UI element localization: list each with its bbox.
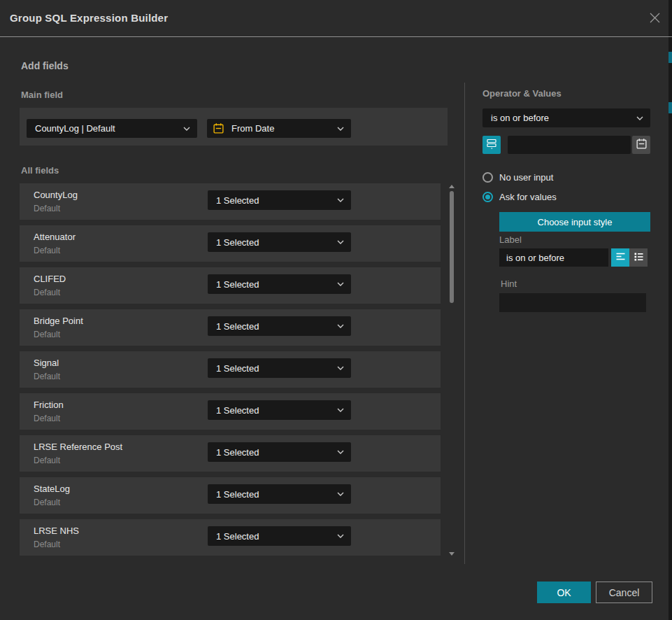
cancel-button[interactable]: Cancel xyxy=(596,582,652,603)
field-sublabel: Default xyxy=(34,540,60,549)
field-name: Attenuator xyxy=(34,232,76,242)
field-selection-dropdown[interactable]: 1 Selected xyxy=(208,358,351,378)
field-sublabel: Default xyxy=(34,288,60,297)
chevron-down-icon xyxy=(337,408,351,412)
chevron-down-icon xyxy=(337,198,351,202)
label-input[interactable] xyxy=(499,248,608,267)
field-sublabel: Default xyxy=(34,246,60,255)
field-select-value: From Date xyxy=(224,123,337,134)
label-field-label: Label xyxy=(499,234,522,245)
field-row: CountyLog Default 1 Selected xyxy=(20,183,441,220)
dialog-header: Group SQL Expression Builder xyxy=(0,0,669,36)
chevron-down-icon xyxy=(337,450,351,454)
calendar-icon xyxy=(636,138,648,153)
field-name: Friction xyxy=(34,400,64,410)
radio-label: Ask for values xyxy=(499,192,557,202)
chevron-down-icon xyxy=(337,366,351,370)
field-name: CountyLog xyxy=(34,190,78,200)
field-row: Attenuator Default 1 Selected xyxy=(20,225,441,262)
close-icon xyxy=(649,12,661,27)
radio-no-user-input[interactable]: No user input xyxy=(482,171,553,183)
chevron-down-icon xyxy=(337,282,351,286)
hint-field-label: Hint xyxy=(501,279,517,289)
panel-divider xyxy=(464,83,465,564)
operator-dropdown[interactable]: is on or before xyxy=(482,108,650,127)
scrollbar-up-arrow[interactable] xyxy=(449,185,455,188)
add-fields-heading: Add fields xyxy=(21,60,69,71)
radio-circle-icon xyxy=(482,192,493,202)
field-sublabel: Default xyxy=(34,414,60,423)
date-picker-button[interactable] xyxy=(632,136,650,154)
field-row: Bridge Point Default 1 Selected xyxy=(20,309,441,346)
field-row: Signal Default 1 Selected xyxy=(20,351,441,388)
radio-ask-for-values[interactable]: Ask for values xyxy=(482,191,557,202)
input-style-single-line-toggle[interactable] xyxy=(611,248,629,267)
background-fragment xyxy=(669,52,672,63)
chevron-down-icon xyxy=(183,127,197,131)
chevron-down-icon xyxy=(337,492,351,496)
chevron-down-icon xyxy=(636,116,650,120)
field-row: StateLog Default 1 Selected xyxy=(20,477,441,514)
field-select-dropdown[interactable]: From Date xyxy=(207,119,351,138)
layer-select-value: CountyLog | Default xyxy=(27,123,183,134)
field-row: Friction Default 1 Selected xyxy=(20,393,441,430)
all-fields-label: All fields xyxy=(21,165,59,176)
value-list-button[interactable] xyxy=(482,136,501,154)
field-name: CLIFED xyxy=(34,274,66,284)
field-name: Signal xyxy=(34,358,59,368)
chevron-down-icon xyxy=(337,240,351,244)
field-sublabel: Default xyxy=(34,456,60,465)
app-background: Group SQL Expression Builder Add fields … xyxy=(0,0,672,620)
align-left-icon xyxy=(615,251,626,264)
field-sublabel: Default xyxy=(34,330,60,339)
chevron-down-icon xyxy=(337,127,351,131)
chevron-down-icon xyxy=(337,324,351,328)
dialog-title: Group SQL Expression Builder xyxy=(10,0,168,36)
field-row: LRSE Reference Post Default 1 Selected xyxy=(20,435,441,472)
main-field-label: Main field xyxy=(21,90,63,100)
field-name: LRSE NHS xyxy=(34,526,79,536)
radio-circle-icon xyxy=(482,172,493,183)
field-sublabel: Default xyxy=(34,498,60,507)
date-field-calendar-icon xyxy=(213,122,224,134)
radio-label: No user input xyxy=(499,172,553,183)
field-selection-dropdown[interactable]: 1 Selected xyxy=(208,442,351,462)
chevron-down-icon xyxy=(337,534,351,538)
main-field-panel: CountyLog | Default From Date xyxy=(20,108,448,146)
ok-button[interactable]: OK xyxy=(537,582,591,603)
bulleted-list-icon xyxy=(634,251,644,264)
field-name: StateLog xyxy=(34,484,70,494)
header-divider xyxy=(0,36,672,37)
field-row: LRSE NHS Default 1 Selected xyxy=(20,519,441,556)
field-row: CLIFED Default 1 Selected xyxy=(20,267,441,304)
field-selection-dropdown[interactable]: 1 Selected xyxy=(208,400,351,420)
value-input[interactable] xyxy=(508,136,631,154)
scrollbar-down-arrow[interactable] xyxy=(449,552,455,556)
layer-select-dropdown[interactable]: CountyLog | Default xyxy=(27,119,197,138)
operator-values-heading: Operator & Values xyxy=(482,88,562,99)
background-app-edge xyxy=(669,0,672,620)
operator-value: is on or before xyxy=(482,113,636,123)
input-style-list-toggle[interactable] xyxy=(629,248,648,267)
value-stack-icon xyxy=(486,138,497,152)
field-name: LRSE Reference Post xyxy=(34,442,122,452)
field-selection-dropdown[interactable]: 1 Selected xyxy=(208,274,351,294)
field-selection-dropdown[interactable]: 1 Selected xyxy=(208,484,351,504)
choose-input-style-button[interactable]: Choose input style xyxy=(499,212,650,232)
close-button[interactable] xyxy=(647,11,662,27)
field-selection-dropdown[interactable]: 1 Selected xyxy=(208,232,351,252)
group-sql-expression-builder-dialog: Group SQL Expression Builder Add fields … xyxy=(0,0,669,620)
background-fragment xyxy=(669,102,672,113)
scrollbar-thumb[interactable] xyxy=(450,191,454,303)
field-selection-dropdown[interactable]: 1 Selected xyxy=(208,190,351,210)
field-selection-dropdown[interactable]: 1 Selected xyxy=(208,526,351,546)
hint-input[interactable] xyxy=(499,293,646,312)
field-sublabel: Default xyxy=(34,372,60,381)
field-name: Bridge Point xyxy=(34,316,83,326)
field-selection-dropdown[interactable]: 1 Selected xyxy=(208,316,351,336)
field-sublabel: Default xyxy=(34,204,60,213)
